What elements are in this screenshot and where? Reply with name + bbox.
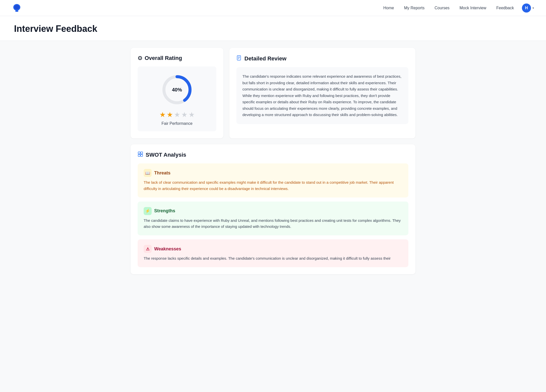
svg-rect-12: [141, 154, 143, 156]
svg-rect-9: [138, 152, 140, 154]
page-title: Interview Feedback: [14, 24, 532, 34]
star-4: ★: [181, 111, 188, 119]
nav-courses[interactable]: Courses: [434, 6, 449, 10]
overall-rating-title: ⊙ Overall Rating: [138, 55, 216, 61]
swot-strengths-item: ⚡ Strengths The candidate claims to have…: [138, 202, 408, 236]
star-3: ★: [174, 111, 180, 119]
nav-home[interactable]: Home: [383, 6, 394, 10]
detailed-review-icon: [236, 55, 242, 62]
top-row: ⊙ Overall Rating 40% ★ ★: [131, 48, 415, 138]
logo[interactable]: [12, 3, 22, 13]
svg-rect-2: [15, 10, 18, 12]
nav-feedback[interactable]: Feedback: [496, 6, 514, 10]
star-5: ★: [189, 111, 195, 119]
swot-items: 📖 Threats The lack of clear communicatio…: [138, 163, 408, 267]
svg-point-1: [14, 5, 19, 10]
overall-rating-card: ⊙ Overall Rating 40% ★ ★: [131, 48, 223, 138]
threats-icon: 📖: [144, 169, 152, 177]
avatar-chevron-icon[interactable]: ▾: [532, 6, 534, 10]
svg-rect-10: [141, 152, 143, 154]
detailed-review-card: Detailed Review The candidate's response…: [229, 48, 415, 138]
navbar: Home My Reports Courses Mock Interview F…: [0, 0, 546, 16]
review-text: The candidate's response indicates some …: [242, 73, 402, 118]
star-1: ★: [159, 111, 166, 119]
donut-chart: 40%: [161, 73, 193, 106]
detailed-review-title: Detailed Review: [236, 55, 408, 62]
donut-label: 40%: [172, 87, 182, 93]
weaknesses-icon: ⚠: [144, 245, 152, 253]
swot-card: SWOT Analysis 📖 Threats The lack of clea…: [131, 144, 415, 274]
swot-title: SWOT Analysis: [138, 151, 408, 158]
performance-label: Fair Performance: [161, 121, 193, 126]
overall-rating-icon: ⊙: [138, 55, 142, 61]
star-2: ★: [167, 111, 173, 119]
swot-threats-title: 📖 Threats: [144, 169, 402, 177]
nav-my-reports[interactable]: My Reports: [404, 6, 425, 10]
stars-row: ★ ★ ★ ★ ★: [159, 111, 195, 119]
user-avatar[interactable]: H: [522, 4, 531, 13]
swot-threats-item: 📖 Threats The lack of clear communicatio…: [138, 163, 408, 198]
rating-inner: 40% ★ ★ ★ ★ ★ Fair Performance: [138, 66, 216, 131]
weaknesses-text: The response lacks specific details and …: [144, 255, 402, 262]
navbar-links: Home My Reports Courses Mock Interview F…: [383, 6, 514, 10]
swot-weaknesses-item: ⚠ Weaknesses The response lacks specific…: [138, 239, 408, 267]
threats-text: The lack of clear communication and spec…: [144, 179, 402, 192]
swot-icon: [138, 151, 143, 158]
nav-mock-interview[interactable]: Mock Interview: [460, 6, 486, 10]
strengths-icon: ⚡: [144, 207, 152, 215]
svg-rect-11: [138, 154, 140, 156]
swot-strengths-title: ⚡ Strengths: [144, 207, 402, 215]
swot-weaknesses-title: ⚠ Weaknesses: [144, 245, 402, 253]
strengths-text: The candidate claims to have experience …: [144, 218, 402, 230]
review-text-box: The candidate's response indicates some …: [236, 67, 408, 124]
